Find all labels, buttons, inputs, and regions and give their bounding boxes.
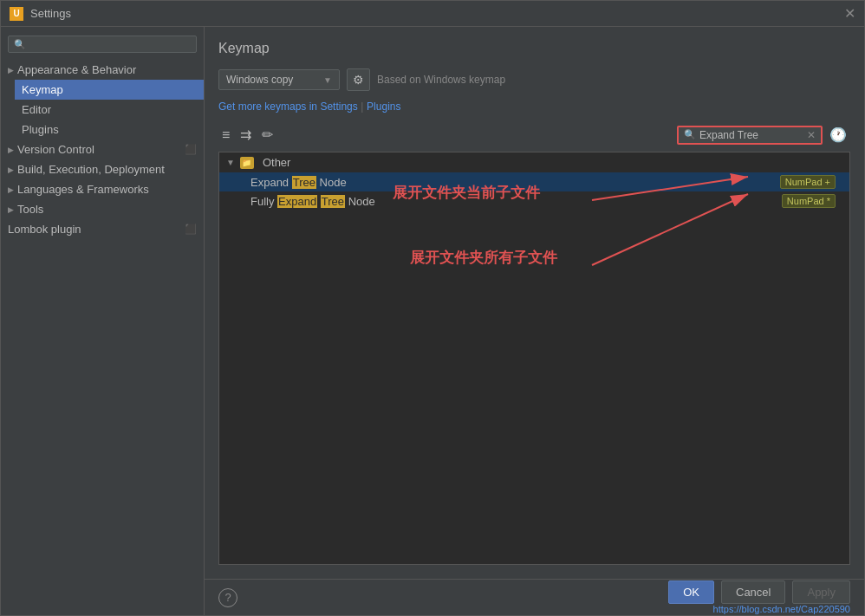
collapse-all-button[interactable]: ⇉	[237, 125, 255, 145]
main-content-area: 🔍 ▶ Appearance & Behavior Keymap Editor …	[1, 27, 864, 615]
shortcut-badge-2: NumPad *	[782, 194, 836, 208]
expand-arrow-build: ▶	[8, 165, 14, 174]
title-bar-left: U Settings	[10, 7, 71, 21]
sidebar-search-input[interactable]	[29, 38, 191, 50]
status-url[interactable]: https://blog.csdn.net/Cap220590	[713, 604, 850, 614]
tree-row-2: Fully Expand Tree Node NumPad *	[250, 194, 842, 208]
search-clear-icon[interactable]: ✕	[807, 129, 816, 141]
editor-label: Editor	[22, 103, 51, 116]
annotations-overlay: 展开文件夹当前子文件 展开文件夹所有子文件	[219, 152, 849, 564]
expand-arrow: ▶	[8, 66, 14, 75]
expand-arrow-lang: ▶	[8, 185, 14, 194]
edit-button[interactable]: ✏	[258, 125, 276, 145]
keymap-dropdown[interactable]: Windows copy ▼	[218, 69, 340, 90]
expand-arrow-vc: ▶	[8, 146, 14, 154]
folder-icon: 📁	[240, 157, 254, 169]
tree-item-fully-expand[interactable]: Fully Expand Tree Node NumPad *	[219, 191, 849, 211]
sidebar-item-plugins[interactable]: Plugins	[15, 120, 204, 139]
shortcut-right-1: NumPad +	[777, 175, 842, 189]
plugins-link[interactable]: Plugins	[367, 101, 400, 113]
gear-button[interactable]: ⚙	[347, 68, 370, 91]
sidebar-item-build[interactable]: ▶ Build, Execution, Deployment	[1, 159, 204, 179]
settings-window: U Settings ✕ 🔍 ▶ Appearance & Behavior K…	[0, 0, 865, 616]
bottom-left: ?	[218, 588, 237, 607]
bottom-right: OK Cancel Apply	[668, 580, 850, 604]
tree-expand-icon: ▼	[226, 158, 235, 167]
tree-row-1: Expand Tree Node NumPad +	[250, 175, 842, 189]
sidebar-item-label: Appearance & Behavior	[17, 63, 136, 76]
expand-arrow-tools: ▶	[8, 205, 14, 214]
sidebar-item-languages[interactable]: ▶ Languages & Frameworks	[1, 179, 204, 199]
dropdown-arrow-icon: ▼	[323, 75, 332, 85]
sidebar-search-box[interactable]: 🔍	[8, 36, 197, 53]
toolbar: ≡ ⇉ ✏ 🔍 ✕ 🕐	[218, 125, 850, 145]
tree-item-expand-tree[interactable]: Expand Tree Node NumPad +	[219, 172, 849, 191]
highlight-expand-2: Expand	[277, 195, 317, 208]
sidebar-item-keymap[interactable]: Keymap	[15, 80, 204, 100]
get-more-settings-link[interactable]: Get more keymaps in Settings	[218, 101, 358, 113]
title-bar: U Settings ✕	[1, 1, 864, 27]
keymap-tree[interactable]: ▼ 📁 Other Expand Tree Node NumPad +	[218, 152, 850, 565]
highlight-tree-2: Tree	[321, 195, 345, 208]
help-button[interactable]: ?	[218, 588, 237, 607]
plugins-label: Plugins	[22, 123, 59, 136]
appearance-children: Keymap Editor Plugins	[1, 80, 204, 139]
sidebar-item-version-control[interactable]: ▶ Version Control ⬛	[1, 139, 204, 159]
keymap-based-text: Based on Windows keymap	[377, 74, 505, 86]
dropdown-value: Windows copy	[226, 74, 293, 86]
item-text-1: Expand Tree Node	[250, 176, 347, 189]
window-title: Settings	[30, 7, 71, 20]
search-field-icon: 🔍	[684, 129, 696, 140]
keymap-search-field[interactable]: 🔍 ✕	[677, 126, 823, 145]
sidebar: 🔍 ▶ Appearance & Behavior Keymap Editor …	[1, 27, 205, 615]
keymap-title: Keymap	[218, 41, 850, 56]
close-button[interactable]: ✕	[844, 5, 855, 22]
app-icon: U	[10, 7, 23, 21]
sidebar-item-appearance[interactable]: ▶ Appearance & Behavior	[1, 60, 204, 80]
annotation-svg	[219, 152, 849, 564]
main-content: Keymap Windows copy ▼ ⚙ Based on Windows…	[205, 27, 864, 579]
build-label: Build, Execution, Deployment	[17, 163, 165, 176]
shortcut-badge-1: NumPad +	[780, 175, 836, 189]
tools-label: Tools	[17, 203, 43, 216]
sidebar-item-tools[interactable]: ▶ Tools	[1, 199, 204, 219]
lombok-label: Lombok plugin	[8, 223, 81, 236]
cancel-button[interactable]: Cancel	[721, 580, 785, 604]
bottom-right-container: OK Cancel Apply https://blog.csdn.net/Ca…	[668, 580, 850, 614]
keymap-search-input[interactable]	[699, 129, 803, 141]
link-separator: |	[361, 101, 363, 113]
keymap-header: Windows copy ▼ ⚙ Based on Windows keymap	[218, 68, 850, 91]
bottom-bar: ? OK Cancel Apply https://blog.csdn.net/…	[205, 579, 864, 615]
search-icon: 🔍	[14, 39, 26, 50]
get-more-row: Get more keymaps in Settings | Plugins	[218, 100, 850, 113]
ok-button[interactable]: OK	[668, 580, 714, 604]
search-history-button[interactable]: 🕐	[826, 125, 850, 145]
keymap-label: Keymap	[22, 83, 63, 96]
vc-label: Version Control	[17, 143, 94, 156]
shortcut-right-2: NumPad *	[778, 194, 842, 208]
highlight-tree-1: Tree	[292, 176, 316, 189]
lang-label: Languages & Frameworks	[17, 183, 149, 196]
sidebar-item-lombok[interactable]: Lombok plugin ⬛	[1, 219, 204, 239]
annotation-text-2: 展开文件夹所有子文件	[410, 248, 557, 268]
item-text-2: Fully Expand Tree Node	[250, 195, 375, 208]
sidebar-item-editor[interactable]: Editor	[15, 100, 204, 120]
apply-button[interactable]: Apply	[792, 580, 850, 604]
tree-group-name: Other	[263, 156, 291, 169]
main-panel: Keymap Windows copy ▼ ⚙ Based on Windows…	[205, 27, 864, 615]
expand-all-button[interactable]: ≡	[218, 126, 233, 145]
tree-group-other[interactable]: ▼ 📁 Other	[219, 152, 849, 172]
